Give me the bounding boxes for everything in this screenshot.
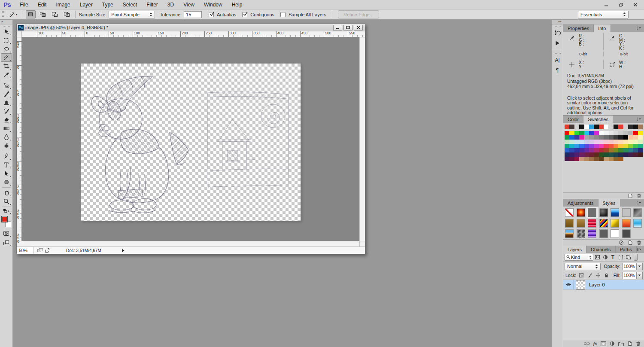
layer-style-icon[interactable]: fx — [593, 341, 597, 346]
tolerance-input[interactable]: 15 — [184, 11, 202, 18]
recent-swatch[interactable] — [565, 125, 569, 129]
style-sunset-orange[interactable] — [622, 219, 631, 228]
style-horizon[interactable] — [565, 229, 574, 238]
style-brown[interactable] — [565, 219, 574, 228]
minimize-icon[interactable] — [602, 2, 611, 8]
swatch[interactable] — [604, 152, 608, 157]
swatch[interactable] — [609, 148, 614, 152]
canvas-viewport[interactable] — [22, 37, 359, 241]
swatch[interactable] — [579, 140, 584, 144]
swatch[interactable] — [589, 144, 594, 148]
swatch[interactable] — [599, 152, 604, 157]
swatch[interactable] — [589, 131, 594, 135]
tab-properties[interactable]: Properties — [563, 24, 594, 32]
ruler-corner[interactable] — [17, 31, 22, 37]
subtract-from-selection-button[interactable] — [50, 10, 60, 18]
zoom-level[interactable]: 50% — [17, 247, 34, 254]
style-default-none[interactable] — [565, 208, 574, 217]
swatch[interactable] — [579, 131, 584, 135]
add-to-selection-button[interactable] — [38, 10, 48, 18]
filter-kind-select[interactable]: Kind — [565, 254, 593, 261]
style-tan[interactable] — [577, 219, 585, 228]
lock-all-icon[interactable] — [603, 272, 610, 279]
swatch[interactable] — [574, 131, 579, 135]
swatch[interactable] — [599, 140, 604, 144]
swatch[interactable] — [614, 131, 618, 135]
swatch[interactable] — [599, 144, 604, 148]
swatch[interactable] — [618, 157, 623, 161]
doc-close-icon[interactable] — [354, 25, 363, 30]
swatch[interactable] — [574, 152, 579, 157]
menu-edit[interactable]: Edit — [33, 2, 52, 8]
swatch[interactable] — [574, 135, 579, 140]
foreground-color-swatch[interactable] — [1, 216, 8, 222]
swatch[interactable] — [633, 135, 638, 140]
swatch[interactable] — [614, 148, 618, 152]
swatch[interactable] — [609, 140, 614, 144]
doc-maximize-icon[interactable] — [343, 25, 352, 30]
clear-style-icon[interactable] — [619, 240, 624, 245]
dock-collapse[interactable]: «« — [552, 20, 563, 24]
layer-name[interactable]: Layer 0 — [589, 282, 605, 287]
toolbar-grip[interactable] — [3, 26, 10, 27]
swatch[interactable] — [589, 152, 594, 157]
layer-thumbnail[interactable] — [576, 280, 585, 289]
filter-toggle[interactable] — [634, 254, 638, 261]
status-menu-arrow[interactable] — [122, 249, 125, 253]
swatch[interactable] — [604, 144, 608, 148]
contiguous-checkbox[interactable] — [242, 12, 247, 17]
style-noise[interactable] — [577, 229, 585, 238]
spot-healing-brush-tool[interactable] — [1, 81, 12, 90]
swatch[interactable] — [618, 131, 623, 135]
path-selection-tool[interactable] — [1, 169, 12, 178]
swatch[interactable] — [623, 152, 628, 157]
anti-alias-checkbox[interactable] — [209, 12, 214, 17]
swatch[interactable] — [614, 144, 618, 148]
swatch[interactable] — [594, 152, 598, 157]
sample-size-select[interactable]: Point Sample — [109, 11, 155, 18]
swatch[interactable] — [584, 131, 589, 135]
swatch[interactable] — [633, 131, 638, 135]
style-gray-gradient[interactable] — [633, 208, 642, 217]
swatch[interactable] — [599, 148, 604, 152]
menu-3d[interactable]: 3D — [163, 2, 179, 8]
swatch[interactable] — [569, 140, 574, 144]
swatch[interactable] — [614, 135, 618, 140]
swatch[interactable] — [599, 157, 604, 161]
swatch[interactable] — [579, 148, 584, 152]
toolbar-collapse[interactable]: » — [0, 20, 12, 24]
swatch[interactable] — [638, 131, 643, 135]
swatch[interactable] — [604, 135, 608, 140]
recent-swatch[interactable] — [604, 125, 608, 129]
gradient-tool[interactable] — [1, 124, 12, 133]
swatch[interactable] — [633, 140, 638, 144]
swatch[interactable] — [633, 152, 638, 157]
swatch[interactable] — [579, 144, 584, 148]
swatch[interactable] — [604, 140, 608, 144]
refine-edge-button[interactable]: Refine Edge... — [338, 10, 379, 18]
menu-window[interactable]: Window — [199, 2, 227, 8]
swatch[interactable] — [579, 157, 584, 161]
canvas[interactable] — [81, 64, 301, 221]
recent-swatch[interactable] — [628, 125, 633, 129]
swatch[interactable] — [638, 135, 643, 140]
tab-paths[interactable]: Paths — [616, 246, 637, 253]
lock-pixels-icon[interactable] — [586, 272, 593, 279]
swatch[interactable] — [594, 148, 598, 152]
swatch[interactable] — [584, 144, 589, 148]
panel-menu-icon[interactable] — [636, 199, 642, 207]
swatch[interactable] — [628, 140, 633, 144]
lock-position-icon[interactable] — [595, 272, 601, 279]
eraser-tool[interactable] — [1, 116, 12, 124]
recent-swatch[interactable] — [633, 125, 638, 129]
swatch[interactable] — [565, 148, 569, 152]
swatch[interactable] — [618, 148, 623, 152]
swatch[interactable] — [623, 148, 628, 152]
type-tool[interactable] — [1, 161, 12, 169]
style-sky[interactable] — [633, 219, 642, 228]
swatch[interactable] — [609, 144, 614, 148]
style-flat-gray[interactable] — [588, 208, 596, 217]
menu-help[interactable]: Help — [227, 2, 247, 8]
swatch[interactable] — [584, 148, 589, 152]
document-title-bar[interactable]: Ps image.JPG @ 50% (Layer 0, RGB/8#) * — [17, 24, 365, 31]
